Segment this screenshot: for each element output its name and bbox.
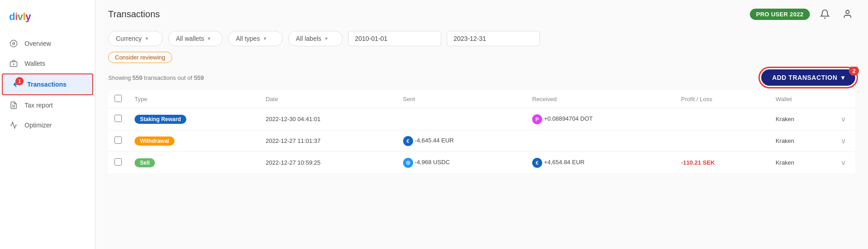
add-transaction-chevron-icon: ▾ xyxy=(841,74,845,81)
account-button[interactable] xyxy=(840,6,855,22)
overview-label: Overview xyxy=(25,40,51,47)
svg-point-0 xyxy=(10,40,17,47)
svg-point-7 xyxy=(846,10,849,14)
type-column-header: Type xyxy=(128,90,259,108)
sent-cell-1: €-4,645.44 EUR xyxy=(397,130,526,152)
wallets-icon xyxy=(9,59,18,68)
add-transaction-label: ADD TRANSACTION xyxy=(772,74,838,81)
wallets-label: Wallets xyxy=(25,60,45,67)
received-column-header: Received xyxy=(526,90,675,108)
labels-chevron-icon: ▾ xyxy=(325,35,328,42)
top-bar: Transactions PRO USER 2022 xyxy=(95,0,868,26)
wallets-filter-label: All wallets xyxy=(176,35,204,42)
received-cell-1 xyxy=(526,130,675,152)
sidebar-item-wallets[interactable]: Wallets xyxy=(0,54,95,73)
filters-row: Currency ▾ All wallets ▾ All types ▾ All… xyxy=(95,26,868,50)
date-cell-0: 2022-12-30 04:41:01 xyxy=(259,108,396,130)
profit-loss-cell-0 xyxy=(675,108,769,130)
currency-chevron-icon: ▾ xyxy=(145,35,148,42)
overview-icon xyxy=(9,39,18,48)
sidebar-item-optimizer[interactable]: Optimizer xyxy=(0,115,95,135)
labels-filter-label: All labels xyxy=(296,35,321,42)
profit-loss-value-2: -110.21 SEK xyxy=(681,159,715,166)
consider-reviewing-text: Consider reviewing xyxy=(115,54,165,61)
tax-report-label: Tax report xyxy=(25,102,53,109)
wallets-filter[interactable]: All wallets ▾ xyxy=(168,31,223,46)
wallet-cell-2: Kraken∨ xyxy=(769,152,855,174)
table-header-row: Showing 559 transactions out of 559 ADD … xyxy=(108,67,855,90)
consider-reviewing-tag[interactable]: Consider reviewing xyxy=(108,52,172,63)
svg-point-1 xyxy=(13,43,15,45)
app-logo: divly xyxy=(0,7,95,34)
table-row: Staking Reward2022-12-30 04:41:01P+0.088… xyxy=(108,108,855,130)
expand-row-2[interactable]: ∨ xyxy=(838,157,849,168)
date-from-input[interactable] xyxy=(348,31,441,46)
row-checkbox-cell-0[interactable] xyxy=(108,108,128,130)
received-cell-2: €+4,654.84 EUR xyxy=(526,152,675,174)
types-filter-label: All types xyxy=(236,35,260,42)
svg-point-3 xyxy=(13,63,15,65)
date-column-header: Date xyxy=(259,90,396,108)
currency-filter[interactable]: Currency ▾ xyxy=(108,31,163,46)
wallet-name-0: Kraken xyxy=(776,116,794,122)
notifications-button[interactable] xyxy=(817,6,833,22)
sent-icon-2: ◎ xyxy=(403,158,413,168)
profit-loss-cell-2: -110.21 SEK xyxy=(675,152,769,174)
type-cell-2: Sell xyxy=(128,152,259,174)
received-icon-2: € xyxy=(532,158,542,168)
page-title: Transactions xyxy=(108,9,160,20)
main-content: Transactions PRO USER 2022 Currency ▾ Al… xyxy=(95,0,868,249)
row-checkbox-1[interactable] xyxy=(115,137,122,144)
sidebar-item-tax-report[interactable]: Tax report xyxy=(0,95,95,115)
date-cell-2: 2022-12-27 10:59:25 xyxy=(259,152,396,174)
date-cell-1: 2022-12-27 11:01:37 xyxy=(259,130,396,152)
sidebar-item-transactions[interactable]: Transactions 1 xyxy=(2,73,93,95)
transactions-label: Transactions xyxy=(27,81,66,88)
type-badge-0: Staking Reward xyxy=(135,115,186,124)
currency-filter-label: Currency xyxy=(116,35,142,42)
type-cell-1: Withdrawal xyxy=(128,130,259,152)
pro-badge: PRO USER 2022 xyxy=(750,9,810,20)
row-checkbox-cell-2[interactable] xyxy=(108,152,128,174)
sent-column-header: Sent xyxy=(397,90,526,108)
sent-cell-0 xyxy=(397,108,526,130)
sent-cell-2: ◎-4,968 USDC xyxy=(397,152,526,174)
sidebar-item-overview[interactable]: Overview xyxy=(0,34,95,54)
wallet-cell-0: Kraken∨ xyxy=(769,108,855,130)
sidebar: divly Overview Wallets Transactions 1 Ta… xyxy=(0,0,95,249)
labels-filter[interactable]: All labels ▾ xyxy=(288,31,343,46)
expand-row-0[interactable]: ∨ xyxy=(838,114,849,124)
row-checkbox-2[interactable] xyxy=(115,158,122,166)
wallet-name-2: Kraken xyxy=(776,159,794,166)
tax-report-icon xyxy=(9,101,18,110)
received-cell-0: P+0.08894704 DOT xyxy=(526,108,675,130)
row-checkbox-0[interactable] xyxy=(115,115,122,122)
received-icon-0: P xyxy=(532,114,542,124)
top-right-actions: PRO USER 2022 xyxy=(750,6,855,22)
wallet-cell-1: Kraken∨ xyxy=(769,130,855,152)
table-row: Sell2022-12-27 10:59:25◎-4,968 USDC€+4,6… xyxy=(108,152,855,174)
transactions-table: Type Date Sent Received Profit / Loss Wa… xyxy=(108,90,855,173)
types-filter[interactable]: All types ▾ xyxy=(228,31,283,46)
sent-icon-1: € xyxy=(403,136,413,146)
showing-count: Showing 559 transactions out of 559 xyxy=(108,74,204,81)
table-header: Type Date Sent Received Profit / Loss Wa… xyxy=(108,90,855,108)
wallet-name-1: Kraken xyxy=(776,137,794,144)
type-cell-0: Staking Reward xyxy=(128,108,259,130)
select-all-checkbox[interactable] xyxy=(115,95,122,102)
select-all-header[interactable] xyxy=(108,90,128,108)
profit-loss-cell-1 xyxy=(675,130,769,152)
date-to-input[interactable] xyxy=(447,31,540,46)
wallet-column-header: Wallet xyxy=(769,90,855,108)
review-banner: Consider reviewing xyxy=(95,50,868,67)
types-chevron-icon: ▾ xyxy=(264,35,266,42)
expand-row-1[interactable]: ∨ xyxy=(838,136,849,146)
type-badge-2: Sell xyxy=(135,158,155,167)
wallets-chevron-icon: ▾ xyxy=(208,35,210,42)
row-checkbox-cell-1[interactable] xyxy=(108,130,128,152)
table-row: Withdrawal2022-12-27 11:01:37€-4,645.44 … xyxy=(108,130,855,152)
optimizer-label: Optimizer xyxy=(25,122,52,129)
step-2-badge: 2 xyxy=(849,67,859,76)
type-badge-1: Withdrawal xyxy=(135,137,175,146)
add-transaction-button[interactable]: ADD TRANSACTION ▾ xyxy=(761,69,855,86)
